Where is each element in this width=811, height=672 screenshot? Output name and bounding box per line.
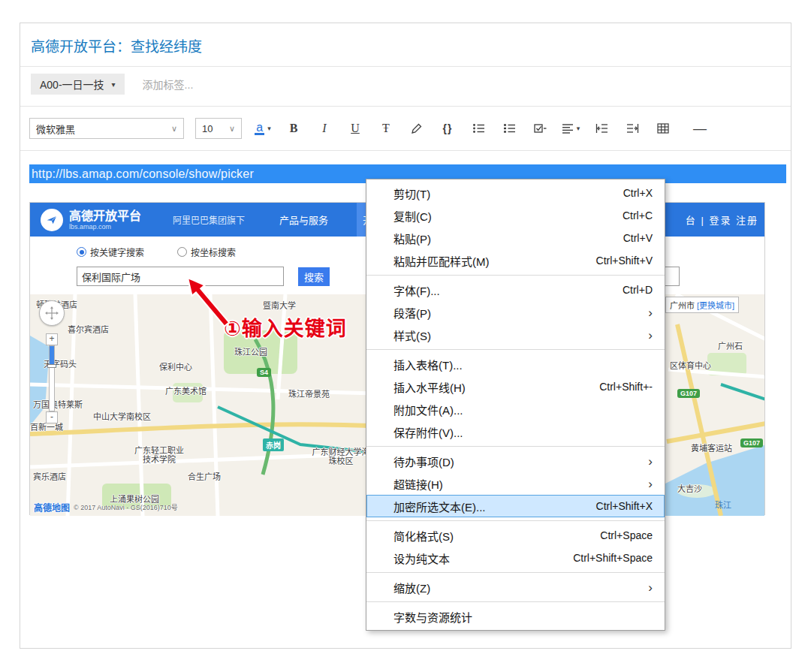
menu-item-style[interactable]: 样式(S) › [366, 324, 665, 346]
submenu-arrow-icon: › [648, 306, 653, 319]
chevron-down-icon: ∨ [229, 124, 235, 134]
align-button[interactable]: ▾ [561, 118, 580, 139]
bold-button[interactable]: B [284, 118, 303, 139]
menu-item-encrypt-selected-text[interactable]: 加密所选文本(E)... Ctrl+Shift+X [366, 495, 665, 517]
menu-item-make-plain-text[interactable]: 设为纯文本 Ctrl+Shift+Space [366, 547, 665, 569]
strikethrough-button[interactable]: Ŧ [376, 118, 396, 139]
map-label: 黄埔客运站 [691, 441, 732, 454]
menu-item-hyperlink[interactable]: 超链接(H) › [366, 472, 665, 495]
map-label: 喜尔宾酒店 [68, 323, 109, 335]
code-block-button[interactable]: {} [438, 118, 457, 139]
menu-separator [366, 275, 665, 276]
map-label: 区体育中心 [670, 359, 711, 371]
zoom-slider-fill [50, 346, 54, 366]
menu-separator [366, 572, 665, 573]
menu-item-copy[interactable]: 复制(C) Ctrl+C [366, 204, 665, 227]
menu-item-word-resource-count[interactable]: 字数与资源统计 [366, 605, 665, 628]
nav-item-products: 产品与服务 [273, 203, 334, 237]
italic-button[interactable]: I [315, 118, 334, 139]
zoom-out-button: - [46, 411, 58, 423]
outdent-icon [595, 123, 608, 134]
radio-search-by-coord: 按坐标搜索 [177, 246, 236, 258]
map-label: 广东轻工职业技术学院 [131, 446, 188, 464]
font-size-select[interactable]: 10 ∨ [195, 118, 242, 139]
menu-separator [366, 601, 665, 602]
menu-item-todo[interactable]: 待办事项(D) › [366, 450, 665, 472]
note-title[interactable]: 高德开放平台：查找经纬度 [31, 35, 202, 56]
keyword-input [77, 267, 284, 286]
caret-down-icon: ▾ [267, 125, 271, 132]
caret-down-icon: ▾ [577, 125, 580, 132]
change-city-link: [更换城市] [697, 299, 734, 311]
underline-button[interactable]: U [345, 118, 365, 139]
divider [20, 66, 791, 67]
map-label: 广东美术馆 [165, 384, 207, 396]
menu-item-zoom[interactable]: 缩放(Z) › [366, 576, 665, 598]
highlighter-icon [411, 122, 423, 134]
menu-separator [366, 446, 665, 447]
menu-item-attach-file[interactable]: 附加文件(A)... [366, 398, 665, 420]
map-pan-compass [39, 300, 65, 326]
font-family-select[interactable]: 微软雅黑 ∨ [29, 118, 184, 139]
chevron-down-icon: ∨ [171, 124, 177, 134]
font-color-button[interactable]: a ▾ [253, 118, 273, 139]
outdent-button[interactable] [592, 118, 611, 139]
caret-down-icon: ▾ [112, 80, 116, 89]
menu-separator [366, 349, 665, 350]
map-label: 广东财经大学海珠校区 [309, 447, 372, 466]
horizontal-rule-button[interactable]: — [690, 118, 710, 139]
menu-separator [366, 520, 665, 521]
site-account-links: 台 | 登录 注册 [686, 203, 758, 237]
nav-item-alibaba: 阿里巴巴集团旗下 [167, 203, 251, 237]
editor-toolbar: 微软雅黑 ∨ 10 ∨ a ▾ B I U Ŧ {} ▾ [20, 107, 791, 150]
menu-item-paragraph[interactable]: 段落(P) › [366, 301, 665, 324]
notebook-selector[interactable]: A00-一日一技 ▾ [31, 74, 125, 95]
map-label: 保利中心 [159, 360, 192, 372]
map-label: 珠江公园 [234, 345, 267, 357]
context-menu: 剪切(T) Ctrl+X 复制(C) Ctrl+C 粘贴(P) Ctrl+V 粘… [366, 179, 665, 631]
city-selector: 广州市 [更换城市] [665, 297, 739, 313]
map-label: 珠江 [715, 499, 731, 511]
font-size-value: 10 [202, 123, 213, 134]
zoom-slider-handle [47, 364, 56, 368]
search-button: 搜索 [298, 267, 330, 286]
map-label: 暨南大学 [263, 299, 296, 311]
map-label: 大吉沙 [677, 482, 702, 494]
radio-search-by-keyword: 按关键字搜索 [77, 246, 144, 258]
amap-map-logo: 高德地图 [34, 501, 70, 514]
radio-on-icon [77, 247, 86, 257]
amap-brand: 高德开放平台 lbs.amap.com [30, 209, 141, 231]
menu-item-paste[interactable]: 粘贴(P) Ctrl+V [366, 227, 665, 249]
checklist-button[interactable] [530, 118, 550, 139]
insert-table-button[interactable] [653, 118, 673, 139]
bullet-list-button[interactable] [469, 118, 488, 139]
map-label: 珠江帝景苑 [288, 387, 330, 399]
tag-row: A00-一日一技 ▾ 添加标签... [31, 73, 193, 95]
amap-logo-icon [41, 209, 63, 231]
menu-item-insert-table[interactable]: 插入表格(T)... [366, 353, 665, 375]
menu-item-font[interactable]: 字体(F)... Ctrl+D [366, 279, 665, 301]
highway-badge: G107 [677, 389, 700, 398]
menu-item-save-attachment[interactable]: 保存附件(V)... [366, 420, 665, 443]
menu-item-cut[interactable]: 剪切(T) Ctrl+X [366, 182, 665, 204]
table-icon [657, 123, 669, 134]
map-label: 合生广场 [188, 470, 221, 482]
submenu-arrow-icon: › [648, 478, 653, 490]
map-label: 中山大学南校区 [93, 410, 151, 422]
submenu-arrow-icon: › [648, 455, 653, 468]
divider [20, 150, 791, 151]
font-family-value: 微软雅黑 [36, 122, 75, 136]
menu-item-insert-horizontal-rule[interactable]: 插入水平线(H) Ctrl+Shift+- [366, 375, 665, 398]
indent-button[interactable] [623, 118, 642, 139]
bullet-list-icon [472, 122, 485, 134]
highway-badge: G107 [740, 438, 763, 447]
menu-item-simplify-formatting[interactable]: 简化格式(S) Ctrl+Space [366, 524, 665, 547]
compass-icon [44, 306, 59, 321]
add-tag-field[interactable]: 添加标签... [143, 77, 194, 92]
numbered-list-button[interactable] [499, 118, 519, 139]
submenu-arrow-icon: › [648, 581, 653, 594]
menu-item-paste-match-style[interactable]: 粘贴并匹配样式(M) Ctrl+Shift+V [366, 249, 665, 272]
highlight-button[interactable] [407, 118, 427, 139]
checkbox-icon [534, 122, 547, 134]
zoom-slider [49, 345, 55, 411]
